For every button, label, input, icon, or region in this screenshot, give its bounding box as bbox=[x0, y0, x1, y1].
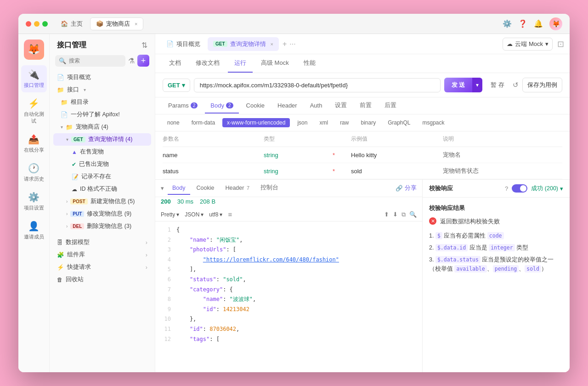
sub-tab-run[interactable]: 运行 bbox=[228, 54, 253, 73]
tree-item-trash[interactable]: 🗑 回收站 bbox=[53, 273, 151, 286]
save-temp-button[interactable]: 暂 存 bbox=[486, 78, 509, 92]
params-tab-params[interactable]: Params 2 bbox=[163, 98, 203, 114]
invite-label: 邀请成员 bbox=[24, 233, 44, 240]
body-type-binary[interactable]: binary bbox=[356, 118, 380, 127]
sidebar-item-invite[interactable]: 👤 邀请成员 bbox=[21, 217, 47, 244]
help-icon[interactable]: ❓ bbox=[518, 19, 527, 28]
search-input[interactable] bbox=[69, 57, 122, 64]
tree-item-not-found[interactable]: 📝 记录不存在 bbox=[53, 170, 151, 183]
param-example-name[interactable]: Hello kitty bbox=[351, 152, 443, 159]
params-tab-header[interactable]: Header bbox=[272, 98, 303, 114]
tree-item-root[interactable]: 📁 根目录 bbox=[53, 96, 151, 108]
settings-icon[interactable]: ⚙️ bbox=[503, 19, 512, 28]
copy-icon[interactable]: ⬆ bbox=[384, 211, 389, 218]
sidebar-item-share[interactable]: 📤 在线分享 bbox=[21, 130, 47, 157]
tree-item-data-model[interactable]: 🗄 数据模型 › bbox=[53, 236, 151, 249]
refresh-icon[interactable]: ↺ bbox=[513, 81, 519, 89]
code-line-7: 7 "category": { bbox=[163, 285, 415, 295]
type-select[interactable]: JSON ▾ bbox=[185, 211, 204, 218]
sidebar-item-api-management[interactable]: 🔌 接口管理 bbox=[21, 65, 47, 92]
method-select[interactable]: GET ▾ bbox=[163, 79, 190, 92]
tree-item-components[interactable]: 🧩 组件库 › bbox=[53, 249, 151, 261]
cloud-mock-button[interactable]: ☁ 云端 Mock ▾ bbox=[503, 38, 553, 51]
tree-item-for-sale[interactable]: ▲ 在售宠物 bbox=[53, 146, 151, 158]
titlebar-tab-shop[interactable]: 📦 宠物商店 × bbox=[90, 17, 143, 30]
tree-item-overview[interactable]: 📄 项目概览 bbox=[53, 71, 151, 84]
save-as-button[interactable]: 保存为用例 bbox=[522, 78, 562, 92]
sub-tab-perf[interactable]: 性能 bbox=[297, 54, 322, 73]
sub-tab-mock[interactable]: 高级 Mock bbox=[254, 54, 295, 73]
body-type-urlencoded[interactable]: x-www-form-urlencoded bbox=[222, 118, 290, 127]
top-nav-tab-get-query[interactable]: GET 查询宠物详情 × bbox=[208, 37, 279, 51]
top-nav-tab-overview[interactable]: 📄 项目概览 bbox=[161, 37, 206, 51]
body-type-raw[interactable]: raw bbox=[335, 118, 353, 127]
wrap-icon[interactable]: ≡ bbox=[228, 210, 232, 218]
validate-toggle[interactable] bbox=[512, 184, 527, 193]
tree-item-interfaces[interactable]: 📁 接口 ▾ bbox=[53, 84, 151, 96]
response-tab-body[interactable]: Body bbox=[168, 182, 190, 195]
param-example-status[interactable]: sold bbox=[351, 168, 443, 175]
body-type-msgpack[interactable]: msgpack bbox=[418, 118, 449, 127]
tree-item-sold[interactable]: ✔ 已售出宠物 bbox=[53, 158, 151, 170]
header-count: 7 bbox=[247, 185, 249, 191]
tree-item-intro[interactable]: 📄 一分钟了解 Apifox! bbox=[53, 108, 151, 121]
sidebar-item-history[interactable]: 🕐 请求历史 bbox=[21, 159, 47, 186]
tree-item-put-edit[interactable]: › PUT 修改宠物信息 (9) bbox=[53, 208, 151, 220]
chevron-data-icon: › bbox=[146, 239, 147, 246]
close-button[interactable] bbox=[26, 21, 31, 27]
param-name-name[interactable]: name bbox=[163, 152, 264, 159]
tree-item-pet-shop[interactable]: ▾ 📁 宠物商店 (4) bbox=[53, 121, 151, 133]
duplicate-icon[interactable]: ⧉ bbox=[401, 211, 406, 218]
titlebar-tab-shop-label: 宠物商店 bbox=[106, 20, 130, 28]
expand-icon[interactable]: ⊡ bbox=[557, 39, 564, 49]
validate-help-icon[interactable]: ? bbox=[505, 185, 508, 192]
sub-tab-edit[interactable]: 修改文档 bbox=[189, 54, 226, 73]
body-type-graphql[interactable]: GraphQL bbox=[383, 118, 415, 127]
param-name-status[interactable]: status bbox=[163, 168, 264, 175]
send-button[interactable]: 发 送 bbox=[444, 78, 473, 92]
collapse-icon[interactable]: ▾ bbox=[161, 185, 164, 192]
close-tab-top-icon[interactable]: × bbox=[271, 41, 273, 47]
params-tab-body[interactable]: Body 2 bbox=[205, 98, 238, 114]
tree-item-id-error[interactable]: ☁ ID 格式不正确 bbox=[53, 183, 151, 195]
panel-sort-icon[interactable]: ⇅ bbox=[141, 41, 147, 50]
sidebar-item-settings[interactable]: ⚙️ 项目设置 bbox=[21, 188, 47, 215]
params-tab-post[interactable]: 后置 bbox=[379, 97, 402, 114]
avatar[interactable]: 🦊 bbox=[549, 17, 562, 30]
params-tab-auth[interactable]: Auth bbox=[305, 98, 328, 114]
titlebar-tab-home[interactable]: 🏠 主页 bbox=[55, 18, 88, 30]
more-tabs-icon[interactable]: ··· bbox=[289, 40, 295, 48]
body-type-xml[interactable]: xml bbox=[315, 118, 333, 127]
response-tab-header[interactable]: Header 7 bbox=[220, 182, 254, 195]
tree-item-del[interactable]: › DEL 删除宠物信息 (3) bbox=[53, 220, 151, 233]
params-tab-settings[interactable]: 设置 bbox=[329, 97, 352, 114]
download-icon[interactable]: ⬇ bbox=[393, 211, 398, 218]
maximize-button[interactable] bbox=[42, 21, 48, 27]
sidebar-item-automation[interactable]: ⚡ 自动化测试 bbox=[21, 94, 47, 128]
params-tab-cookie[interactable]: Cookie bbox=[241, 98, 270, 114]
search-response-icon[interactable]: 🔍 bbox=[409, 211, 417, 218]
tree-item-post-create[interactable]: › POST 新建宠物信息 (5) bbox=[53, 195, 151, 208]
body-type-none[interactable]: none bbox=[163, 118, 184, 127]
share-button[interactable]: 🔗 分享 bbox=[396, 184, 417, 192]
filter-icon[interactable]: ⚗ bbox=[128, 57, 135, 65]
sub-tab-doc[interactable]: 文档 bbox=[163, 54, 187, 73]
encoding-select[interactable]: utf8 ▾ bbox=[209, 211, 222, 218]
tree-item-quick-request[interactable]: ⚡ 快捷请求 › bbox=[53, 261, 151, 273]
body-type-form-data[interactable]: form-data bbox=[187, 118, 220, 127]
bell-icon[interactable]: 🔔 bbox=[534, 19, 543, 28]
response-tab-cookie[interactable]: Cookie bbox=[192, 182, 219, 195]
validate-header: 校验响应 ? 成功 (200) ▾ bbox=[423, 180, 570, 198]
close-tab-icon[interactable]: × bbox=[135, 21, 137, 27]
url-input[interactable] bbox=[194, 78, 441, 92]
body-type-json[interactable]: json bbox=[293, 118, 312, 127]
send-dropdown-button[interactable]: ▾ bbox=[472, 78, 482, 92]
format-select[interactable]: Pretty ▾ bbox=[161, 211, 179, 218]
tree-item-get-query[interactable]: ▾ GET 查询宠物详情 (4) bbox=[53, 133, 151, 146]
add-tab-icon[interactable]: + bbox=[283, 40, 287, 48]
component-icon: 🧩 bbox=[57, 251, 64, 258]
add-button[interactable]: + bbox=[137, 55, 149, 67]
minimize-button[interactable] bbox=[34, 21, 40, 27]
response-tab-console[interactable]: 控制台 bbox=[256, 181, 283, 195]
params-tab-pre[interactable]: 前置 bbox=[354, 97, 377, 114]
